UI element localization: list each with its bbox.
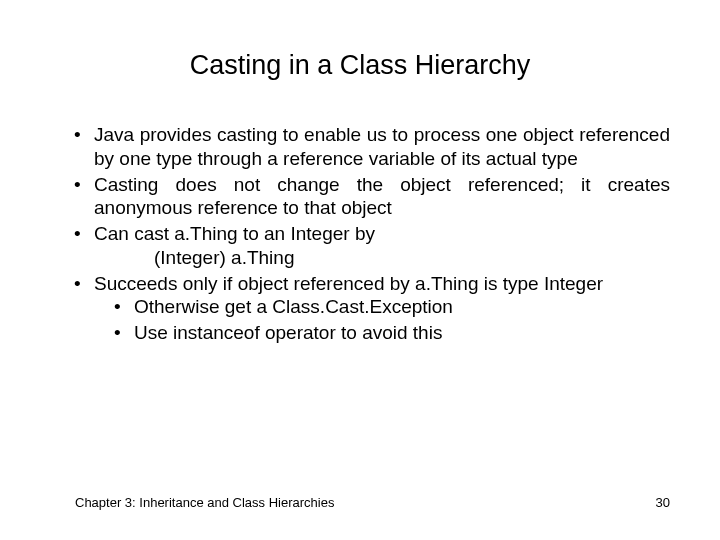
code-line: (Integer) a.Thing (94, 246, 670, 270)
bullet-text: Can cast a.Thing to an Integer by (94, 223, 375, 244)
sub-bullet-list: Otherwise get a Class.Cast.Exception Use… (94, 295, 670, 345)
bullet-text: Succeeds only if object referenced by a.… (94, 273, 603, 294)
footer-page-number: 30 (656, 495, 670, 510)
bullet-list: Java provides casting to enable us to pr… (50, 123, 670, 345)
slide-footer: Chapter 3: Inheritance and Class Hierarc… (75, 495, 670, 510)
bullet-item: Succeeds only if object referenced by a.… (74, 272, 670, 345)
slide-title: Casting in a Class Hierarchy (50, 50, 670, 81)
bullet-item: Can cast a.Thing to an Integer by (Integ… (74, 222, 670, 270)
sub-bullet-item: Otherwise get a Class.Cast.Exception (114, 295, 670, 319)
slide-body: Java provides casting to enable us to pr… (50, 123, 670, 345)
bullet-item: Java provides casting to enable us to pr… (74, 123, 670, 171)
sub-bullet-item: Use instanceof operator to avoid this (114, 321, 670, 345)
bullet-item: Casting does not change the object refer… (74, 173, 670, 221)
footer-chapter: Chapter 3: Inheritance and Class Hierarc… (75, 495, 334, 510)
